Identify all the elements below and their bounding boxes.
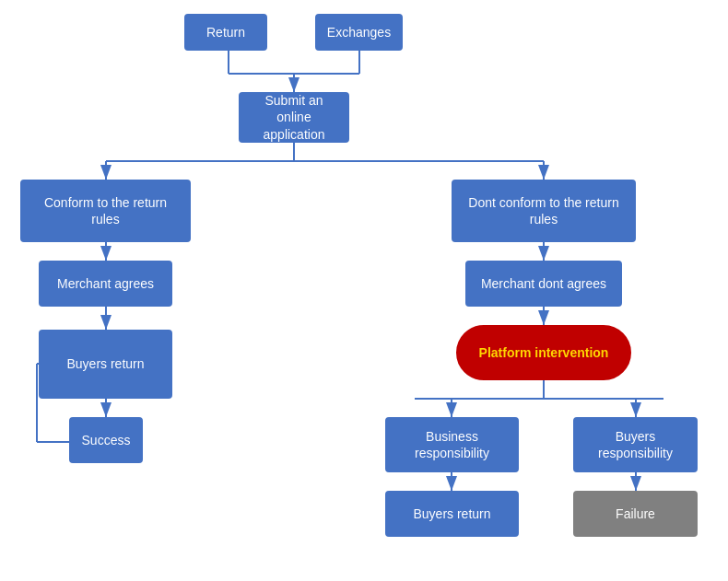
buyers-resp-node: Buyers responsibility bbox=[573, 417, 698, 472]
buyers-return-right-node: Buyers return bbox=[385, 491, 519, 537]
dont-conform-node: Dont conform to the return rules bbox=[452, 180, 636, 242]
buyers-return-left-node: Buyers return bbox=[39, 330, 172, 399]
merchant-agrees-node: Merchant agrees bbox=[39, 261, 172, 307]
exchanges-node: Exchanges bbox=[315, 14, 403, 51]
platform-intervention-node: Platform intervention bbox=[456, 325, 631, 380]
failure-node: Failure bbox=[573, 491, 698, 537]
return-node: Return bbox=[184, 14, 267, 51]
success-node: Success bbox=[69, 417, 143, 463]
submit-node: Submit an online application bbox=[239, 92, 349, 143]
merchant-dont-node: Merchant dont agrees bbox=[465, 261, 622, 307]
flowchart-diagram: Return Exchanges Submit an online applic… bbox=[0, 0, 728, 581]
conform-node: Conform to the return rules bbox=[20, 180, 191, 242]
business-resp-node: Business responsibility bbox=[385, 417, 519, 472]
